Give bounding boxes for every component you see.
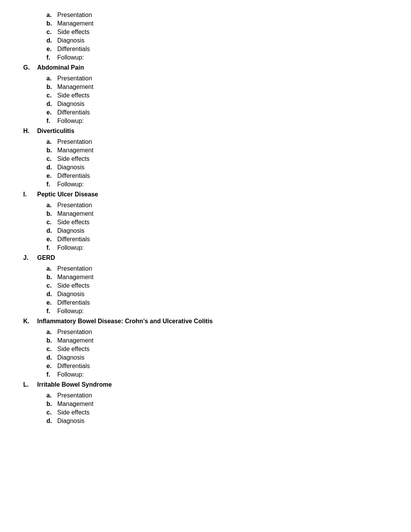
sub-item-label: e. — [46, 299, 57, 306]
section-main-label: K. — [23, 318, 37, 325]
list-item: b.Management — [46, 84, 388, 90]
sub-item-text: Side effects — [57, 219, 89, 226]
list-item: c.Side effects — [46, 282, 388, 289]
sub-item-label: a. — [46, 75, 57, 82]
sub-item-label: d. — [46, 291, 57, 298]
sub-item-label: b. — [46, 147, 57, 154]
main-list: a.Presentationb.Managementc.Side effects… — [23, 12, 388, 425]
sub-item-text: Management — [57, 337, 93, 344]
sub-item-text: Management — [57, 274, 93, 281]
list-item: f.Followup: — [46, 118, 388, 124]
list-item: a.Presentation — [46, 329, 388, 336]
section-title: Diverticulitis — [37, 128, 74, 134]
list-item: d.Diagnosis — [46, 164, 388, 171]
list-item: c.Side effects — [46, 346, 388, 353]
sub-item-label: e. — [46, 172, 57, 179]
section-main-label: G. — [23, 64, 37, 71]
list-item: d.Diagnosis — [46, 291, 388, 298]
list-item: e.Differentials — [46, 299, 388, 306]
section-title: Peptic Ulcer Disease — [37, 191, 98, 198]
sub-list-section-i: a.Presentationb.Managementc.Side effects… — [46, 202, 388, 251]
sub-item-text: Management — [57, 84, 93, 90]
sub-item-text: Presentation — [57, 329, 92, 336]
section-header-section-i: I. Peptic Ulcer Disease — [23, 191, 388, 198]
section-title: Inflammatory Bowel Disease: Crohn’s and … — [37, 318, 213, 324]
list-item: d.Diagnosis — [46, 354, 388, 361]
sub-item-label: a. — [46, 392, 57, 399]
sub-item-label: d. — [46, 164, 57, 171]
sub-list-section-h: a.Presentationb.Managementc.Side effects… — [46, 138, 388, 188]
list-item: c.Side effects — [46, 219, 388, 226]
sub-item-text: Diagnosis — [57, 291, 84, 298]
list-item: a.Presentation — [46, 138, 388, 145]
sub-item-text: Side effects — [57, 155, 89, 162]
sub-item-text: Differentials — [57, 109, 90, 116]
section-section-l: L. Irritable Bowel Syndromea.Presentatio… — [23, 381, 388, 425]
sub-item-label: f. — [46, 371, 57, 378]
sub-item-label: f. — [46, 54, 57, 61]
list-item: d.Diagnosis — [46, 101, 388, 107]
sub-item-text: Presentation — [57, 392, 92, 399]
sub-item-label: c. — [46, 346, 57, 353]
list-item: e.Differentials — [46, 46, 388, 53]
sub-item-text: Diagnosis — [57, 101, 84, 107]
list-item: d.Diagnosis — [46, 227, 388, 234]
sub-item-label: e. — [46, 46, 57, 53]
sub-item-text: Management — [57, 210, 93, 217]
sub-list-section-g: a.Presentationb.Managementc.Side effects… — [46, 75, 388, 124]
section-main-label: J. — [23, 254, 37, 261]
sub-item-text: Side effects — [57, 346, 89, 353]
sub-item-text: Differentials — [57, 363, 90, 370]
section-section-j: J. GERDa.Presentationb.Managementc.Side … — [23, 254, 388, 315]
list-item: b.Management — [46, 401, 388, 408]
sub-item-text: Diagnosis — [57, 227, 84, 234]
list-item: f.Followup: — [46, 371, 388, 378]
sub-item-text: Management — [57, 147, 93, 154]
section-main-label: H. — [23, 128, 37, 135]
list-item: c.Side effects — [46, 409, 388, 416]
sub-item-text: Side effects — [57, 29, 89, 36]
list-item: e.Differentials — [46, 363, 388, 370]
section-main-label: L. — [23, 381, 37, 388]
sub-item-label: a. — [46, 265, 57, 272]
sub-item-label: e. — [46, 363, 57, 370]
sub-item-label: d. — [46, 227, 57, 234]
sub-item-text: Diagnosis — [57, 164, 84, 171]
list-item: a.Presentation — [46, 265, 388, 272]
list-item: c.Side effects — [46, 92, 388, 99]
sub-list-section-l: a.Presentationb.Managementc.Side effects… — [46, 392, 388, 425]
sub-item-label: b. — [46, 20, 57, 27]
sub-item-text: Presentation — [57, 12, 92, 19]
section-title: Irritable Bowel Syndrome — [37, 381, 112, 388]
sub-item-text: Presentation — [57, 265, 92, 272]
sub-item-text: Differentials — [57, 172, 90, 179]
sub-item-label: c. — [46, 409, 57, 416]
sub-item-text: Presentation — [57, 138, 92, 145]
sub-item-label: f. — [46, 308, 57, 315]
list-item: c.Side effects — [46, 155, 388, 162]
section-header-section-l: L. Irritable Bowel Syndrome — [23, 381, 388, 388]
list-item: f.Followup: — [46, 54, 388, 61]
sub-item-label: c. — [46, 92, 57, 99]
section-title: GERD — [37, 254, 55, 261]
section-main-label: I. — [23, 191, 37, 198]
sub-item-text: Differentials — [57, 236, 90, 243]
sub-item-label: a. — [46, 202, 57, 209]
section-section-h: H. Diverticulitisa.Presentationb.Managem… — [23, 128, 388, 188]
sub-item-label: c. — [46, 29, 57, 36]
sub-item-label: c. — [46, 155, 57, 162]
sub-item-label: d. — [46, 37, 57, 44]
section-header-section-k: K. Inflammatory Bowel Disease: Crohn’s a… — [23, 318, 388, 325]
sub-item-text: Presentation — [57, 202, 92, 209]
sub-item-label: a. — [46, 138, 57, 145]
section-section-k: K. Inflammatory Bowel Disease: Crohn’s a… — [23, 318, 388, 378]
sub-item-label: b. — [46, 84, 57, 90]
list-item: a.Presentation — [46, 12, 388, 19]
sub-item-text: Management — [57, 401, 93, 408]
sub-item-text: Followup: — [57, 181, 84, 188]
sub-item-label: f. — [46, 118, 57, 124]
list-item: b.Management — [46, 147, 388, 154]
sub-item-label: e. — [46, 236, 57, 243]
sub-item-text: Diagnosis — [57, 418, 84, 425]
sub-list-section-j: a.Presentationb.Managementc.Side effects… — [46, 265, 388, 315]
